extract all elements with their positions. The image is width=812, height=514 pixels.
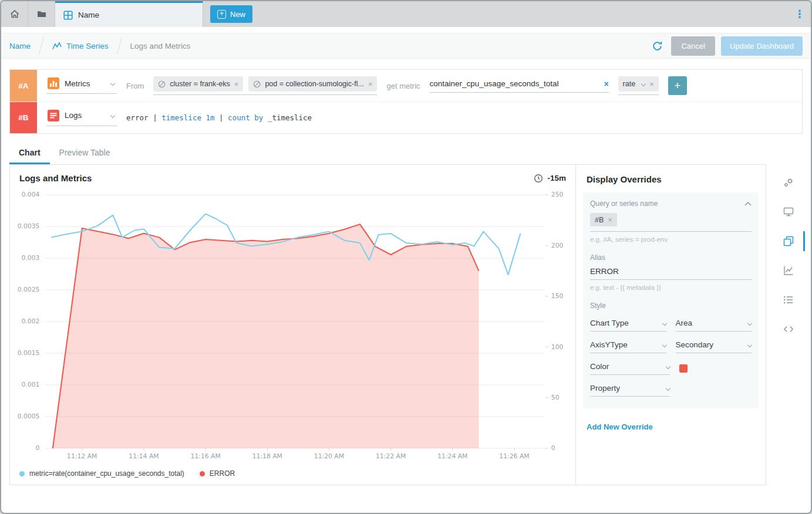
settings-tool-button[interactable] [766, 168, 811, 197]
chart-type-property-select[interactable]: Chart Type [590, 319, 666, 332]
breadcrumb-current-panel: Logs and Metrics [130, 42, 191, 50]
cancel-button[interactable]: Cancel [671, 36, 715, 56]
legend-item-error[interactable]: ERROR [200, 469, 235, 478]
query-series-chip-label: #B [595, 216, 604, 224]
breadcrumb-time-series-label: Time Series [66, 42, 109, 50]
axis-y-type-property-select[interactable]: AxisYType [590, 340, 666, 353]
refresh-button[interactable] [652, 40, 663, 52]
svg-text:0: 0 [36, 445, 40, 452]
chevron-down-icon [666, 364, 671, 368]
time-range-value: -15m [547, 174, 566, 182]
remove-filter-icon[interactable]: × [368, 80, 373, 89]
home-button[interactable] [1, 1, 28, 27]
svg-text:250: 250 [551, 191, 564, 199]
svg-text:0.0025: 0.0025 [18, 286, 40, 294]
chevron-down-icon [747, 320, 752, 325]
tab-chart[interactable]: Chart [9, 142, 50, 164]
svg-text:0.0015: 0.0015 [18, 350, 40, 357]
alias-input[interactable]: ERROR [590, 267, 752, 280]
breadcrumb-separator [116, 37, 122, 54]
clear-metric-icon[interactable]: × [604, 79, 608, 89]
axis-y-type-value-select[interactable]: Secondary [676, 340, 752, 353]
svg-text:11:12 AM: 11:12 AM [67, 452, 97, 460]
override-editor: Query or series name #B × e.g. #A, serie… [583, 192, 759, 408]
query-row-a: #A Metrics From cluster = frank-eks × [10, 70, 802, 102]
chart-header: Logs and Metrics -15m [10, 165, 575, 188]
chevron-down-icon [666, 386, 671, 390]
legend-label: ERROR [210, 469, 235, 478]
monitor-icon [783, 206, 794, 218]
dashboard-tab[interactable]: Name [55, 1, 203, 27]
color-swatch[interactable] [679, 364, 688, 373]
exclude-icon [253, 80, 261, 88]
query-type-label: Metrics [65, 79, 90, 88]
query-b-label: #B [10, 102, 37, 133]
query-series-chip[interactable]: #B × [590, 213, 617, 226]
remove-series-icon[interactable]: × [608, 215, 612, 224]
main-content: Logs and Metrics -15m 00.00050.0010.0015… [9, 164, 811, 485]
query-type-select-metrics[interactable]: Metrics [46, 77, 117, 94]
json-tool-button[interactable] [766, 315, 811, 344]
svg-text:0.002: 0.002 [22, 318, 40, 326]
breadcrumb-dashboard-label: Name [9, 42, 31, 50]
query-type-label: Logs [65, 111, 82, 120]
query-type-select-logs[interactable]: Logs [46, 110, 117, 126]
filter-chip-label: cluster = frank-eks [170, 80, 230, 88]
new-button-label: New [230, 10, 245, 19]
svg-text:0.004: 0.004 [22, 191, 40, 199]
chart-type-value-select[interactable]: Area [676, 319, 752, 332]
remove-operator-icon[interactable]: × [649, 80, 654, 89]
chart-axes-icon [783, 265, 794, 276]
clock-icon [534, 174, 543, 183]
svg-text:11:26 AM: 11:26 AM [499, 452, 529, 460]
get-metric-label: get metric [386, 82, 420, 90]
update-dashboard-button[interactable]: Update Dashboard [721, 36, 803, 56]
code-icon [783, 323, 794, 335]
chart-title: Logs and Metrics [19, 173, 92, 183]
metrics-icon [48, 77, 59, 89]
select-value: Property [590, 384, 620, 393]
svg-text:150: 150 [551, 292, 564, 300]
chevron-up-icon[interactable] [744, 202, 752, 206]
query-series-label: Query or series name [590, 199, 658, 208]
app-window: Name + New ⋮ Name Time Series Logs and M… [0, 0, 812, 514]
svg-text:200: 200 [551, 242, 564, 249]
axes-tool-button[interactable] [766, 256, 811, 285]
chevron-down-icon [641, 82, 646, 86]
library-button[interactable] [28, 1, 55, 27]
time-range-control[interactable]: -15m [534, 174, 566, 183]
legend-item-metric[interactable]: metric=rate(container_cpu_usage_seconds_… [19, 469, 184, 478]
gears-icon [783, 177, 794, 188]
breadcrumb-dashboard[interactable]: Name [9, 42, 31, 50]
panel-tool-strip [766, 164, 811, 485]
display-overrides-panel: Display Overrides Query or series name #… [576, 164, 766, 485]
filter-chip-pod[interactable]: pod = collection-sumologic-fl... × [248, 76, 377, 92]
operator-chip-rate[interactable]: rate × [618, 76, 659, 92]
select-value: Color [590, 362, 609, 371]
home-icon [9, 9, 20, 19]
timeseries-chart[interactable]: 00.00050.0010.00150.0020.00250.0030.0035… [10, 188, 575, 468]
color-property-select[interactable]: Color [590, 362, 670, 375]
svg-text:11:22 AM: 11:22 AM [376, 452, 406, 460]
overrides-tool-button[interactable] [766, 226, 811, 256]
logs-query-text[interactable]: error | timeslice 1m | count by _timesli… [126, 113, 312, 122]
filter-chip-label: pod = collection-sumologic-fl... [265, 80, 363, 88]
breadcrumb-time-series[interactable]: Time Series [52, 42, 109, 50]
legend-label: metric=rate(container_cpu_usage_seconds_… [29, 469, 184, 478]
svg-text:11:24 AM: 11:24 AM [437, 452, 467, 460]
tab-preview-table[interactable]: Preview Table [50, 142, 120, 164]
query-series-input[interactable]: #B × [590, 213, 752, 232]
select-value: Secondary [676, 340, 714, 349]
add-operator-button[interactable]: + [668, 76, 687, 95]
property-select[interactable]: Property [590, 384, 670, 397]
new-button[interactable]: + New [210, 5, 252, 23]
svg-text:11:18 AM: 11:18 AM [252, 452, 282, 460]
metrics-filters-field[interactable]: cluster = frank-eks × pod = collection-s… [153, 76, 377, 95]
metric-name-input[interactable]: container_cpu_usage_seconds_total × [430, 79, 609, 93]
kebab-menu-icon[interactable]: ⋮ [794, 8, 805, 21]
add-new-override-link[interactable]: Add New Override [587, 422, 653, 431]
remove-filter-icon[interactable]: × [234, 80, 239, 89]
legend-tool-button[interactable] [766, 285, 811, 315]
filter-chip-cluster[interactable]: cluster = frank-eks × [153, 76, 243, 92]
display-tool-button[interactable] [766, 197, 811, 226]
